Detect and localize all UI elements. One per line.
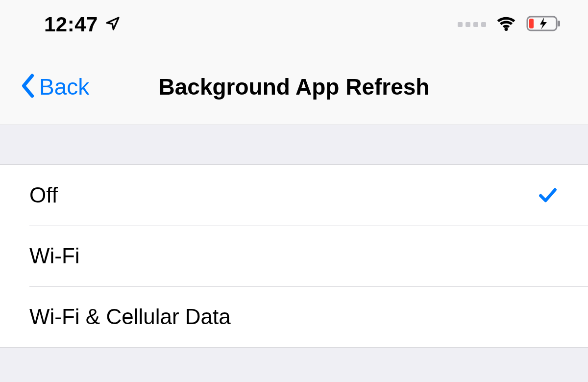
back-button[interactable]: Back [20, 73, 89, 101]
location-icon [105, 16, 121, 33]
wifi-icon [496, 13, 516, 36]
option-label: Wi-Fi & Cellular Data [29, 305, 231, 329]
option-wifi-cellular[interactable]: Wi-Fi & Cellular Data [0, 286, 588, 347]
battery-low-charging-icon [526, 14, 564, 35]
option-wifi[interactable]: Wi-Fi [0, 226, 588, 286]
nav-header: Back Background App Refresh [0, 49, 588, 125]
svg-rect-1 [558, 21, 560, 26]
option-list: Off Wi-Fi Wi-Fi & Cellular Data [0, 164, 588, 348]
checkmark-icon [537, 184, 559, 206]
back-label: Back [39, 74, 89, 100]
bottom-gap [0, 348, 588, 382]
chevron-left-icon [20, 73, 36, 101]
status-time: 12:47 [44, 13, 98, 36]
page-dots-icon [458, 22, 486, 27]
option-label: Off [29, 183, 58, 207]
nav-title: Background App Refresh [159, 74, 430, 100]
status-bar: 12:47 [0, 0, 588, 49]
table-gap [0, 125, 588, 164]
svg-rect-2 [529, 19, 534, 28]
option-off[interactable]: Off [0, 165, 588, 226]
option-label: Wi-Fi [29, 244, 80, 268]
status-right [458, 13, 564, 36]
status-left: 12:47 [44, 13, 121, 36]
